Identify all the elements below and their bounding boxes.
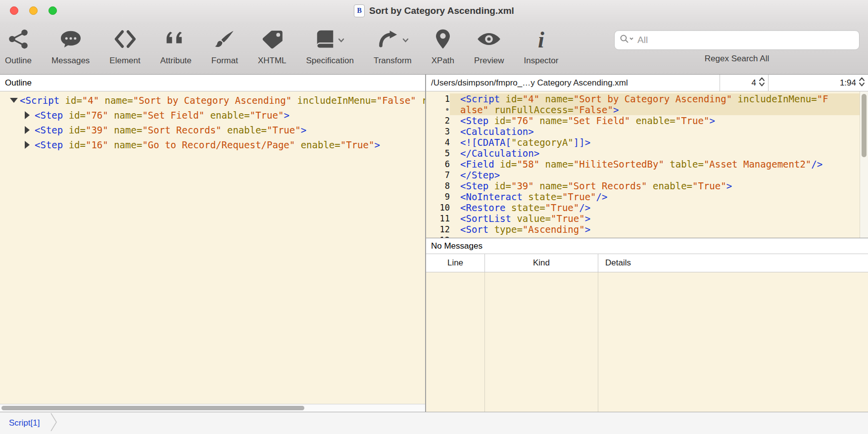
code-line[interactable]: 11<SortList value="True"> [426,213,860,224]
window-title: Sort by Category Ascending.xml [369,5,514,16]
messages-header: No Messages [426,238,868,254]
outline-row-text: <Step id="39" name="Sort Records" enable… [35,125,306,135]
file-path: /Users/dsimpson/fmpro_…y Category Ascend… [426,75,720,91]
code-line-text: <SortList value="True"> [450,213,860,224]
vertical-scrollbar-thumb[interactable] [862,94,867,157]
column-header-line: Line [426,254,484,272]
search-field[interactable] [614,30,860,50]
outline-pane: Outline <Script id="4" name="Sort by Cat… [0,75,426,412]
caret-position-section: 1:94 [768,75,868,91]
toolbar-button-xpath[interactable]: XPath [432,25,454,66]
line-stepper-value: 4 [752,78,756,88]
toolbar-label-xhtml: XHTML [258,56,287,66]
code-line[interactable]: 7</Step> [426,170,860,180]
search-icon[interactable] [620,34,635,46]
code-line-text: <Sort type="Ascending"> [450,224,860,235]
toolbar-label-transform: Transform [374,56,412,66]
outline-row[interactable]: <Script id="4" name="Sort by Category As… [0,93,425,108]
toolbar-button-xhtml[interactable]: XHTML [258,25,287,66]
code-line-text: <NoInteract state="True"/> [450,191,860,202]
code-line-text: <Step id="76" name="Set Field" enable="T… [450,115,860,126]
stepper-icon[interactable] [759,77,765,89]
toolbar-button-preview[interactable]: Preview [474,25,504,66]
breadcrumb-script[interactable]: Script[1] [9,418,40,428]
code-line[interactable]: 9<NoInteract state="True"/> [426,191,860,202]
toolbar-button-messages[interactable]: Messages [51,25,90,66]
outline-row-text: <Script id="4" name="Sort by Category As… [20,95,425,106]
disclosure-collapsed-icon[interactable] [25,126,35,134]
toolbar-button-inspector[interactable]: i Inspector [524,25,559,66]
title-bar: B Sort by Category Ascending.xml [0,0,868,22]
line-number: 1 [426,93,450,104]
toolbar-button-attribute[interactable]: Attribute [160,25,192,66]
horizontal-scrollbar[interactable] [0,404,425,412]
minimize-button[interactable] [29,6,38,15]
line-number: 8 [426,180,450,191]
toolbar-button-format[interactable]: Format [211,25,238,66]
search-input[interactable] [637,35,854,45]
line-number: 2 [426,115,450,126]
xpath-pin-icon [434,29,452,51]
toolbar-button-element[interactable]: Element [109,25,140,66]
toolbar-button-transform[interactable]: Transform [374,25,412,66]
code-line[interactable]: 8<Step id="39" name="Sort Records" enabl… [426,180,860,191]
line-number: 11 [426,213,450,224]
breadcrumb-separator-icon [50,413,57,434]
code-line[interactable]: 4<![CDATA["categoryA"]]> [426,137,860,148]
code-line[interactable]: •alse" runFullAccess="False"> [426,104,860,115]
horizontal-scrollbar-thumb[interactable] [1,406,304,410]
regex-search-all-label: Regex Search All [614,54,860,64]
outline-tree[interactable]: <Script id="4" name="Sort by Category As… [0,91,425,404]
code-line[interactable]: 5</Calculation> [426,148,860,159]
xhtml-tag-icon [261,29,283,51]
code-line-text: alse" runFullAccess="False"> [450,104,860,115]
column-divider [484,272,485,412]
vertical-scrollbar[interactable] [860,91,868,238]
code-line-text: <Calculation> [450,126,860,137]
document-icon: B [354,4,365,17]
status-bar: Script[1] [0,412,868,434]
code-line[interactable]: 2<Step id="76" name="Set Field" enable="… [426,115,860,126]
messages-list [426,272,868,412]
attribute-quotes-icon [165,29,187,51]
code-line-text: </Step> [450,170,860,180]
close-button[interactable] [10,6,18,15]
code-line[interactable]: 3<Calculation> [426,126,860,137]
disclosure-expanded-icon[interactable] [10,98,20,103]
element-icon [114,29,137,51]
line-number: 6 [426,159,450,170]
inspector-icon: i [538,29,544,51]
code-editor[interactable]: 1<Script id="4" name="Sort by Category A… [426,91,868,238]
outline-row[interactable]: <Step id="16" name="Go to Record/Request… [0,137,425,152]
toolbar-label-attribute: Attribute [160,56,192,66]
app-window: B Sort by Category Ascending.xml Outline… [0,0,868,434]
toolbar-button-outline[interactable]: Outline [5,25,32,66]
outline-row[interactable]: <Step id="76" name="Set Field" enable="T… [0,108,425,123]
code-line[interactable]: 6<Field id="58" name="HiliteSortedBy" ta… [426,159,860,170]
code-line-text: </Calculation> [450,148,860,159]
code-line-text: <Script id="4" name="Sort by Category As… [450,93,860,104]
code-line[interactable]: 10<Restore state="True"/> [426,202,860,213]
outline-pane-header: Outline [0,75,425,91]
toolbar-label-messages: Messages [51,56,90,66]
main-split: Outline <Script id="4" name="Sort by Cat… [0,75,868,412]
editor-pane: /Users/dsimpson/fmpro_…y Category Ascend… [426,75,868,412]
toolbar-label-outline: Outline [5,56,32,66]
column-divider [598,272,598,412]
window-controls [10,6,57,15]
disclosure-collapsed-icon[interactable] [25,141,35,149]
toolbar-button-specification[interactable]: Specification [306,25,354,66]
zoom-button[interactable] [48,6,57,15]
specification-book-icon [315,29,335,51]
toolbar-label-xpath: XPath [432,56,454,66]
outline-row[interactable]: <Step id="39" name="Sort Records" enable… [0,123,425,137]
code-line[interactable]: 1<Script id="4" name="Sort by Category A… [426,93,860,104]
disclosure-collapsed-icon[interactable] [25,111,35,119]
messages-table-header: Line Kind Details [426,254,868,272]
messages-icon [59,29,82,51]
toolbar-items: Outline Messages Element Attribute [5,25,558,66]
code-lines[interactable]: 1<Script id="4" name="Sort by Category A… [426,91,860,238]
code-line[interactable]: 12<Sort type="Ascending"> [426,224,860,235]
code-line-text: <Field id="58" name="HiliteSortedBy" tab… [450,159,860,170]
stepper-icon[interactable] [859,77,865,89]
